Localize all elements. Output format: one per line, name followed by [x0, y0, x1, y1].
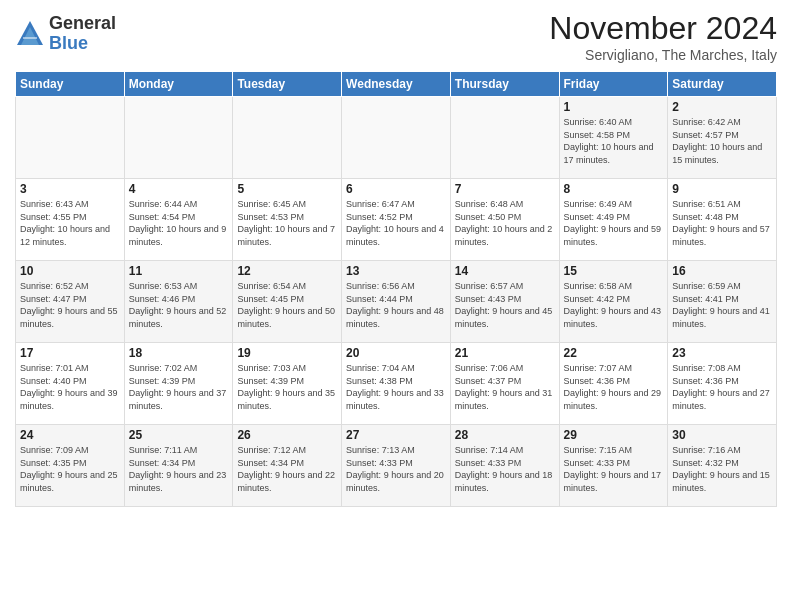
day-number: 24 — [20, 428, 120, 442]
month-title: November 2024 — [549, 10, 777, 47]
day-number: 26 — [237, 428, 337, 442]
day-info: Sunrise: 6:57 AM Sunset: 4:43 PM Dayligh… — [455, 280, 555, 330]
day-info: Sunrise: 7:09 AM Sunset: 4:35 PM Dayligh… — [20, 444, 120, 494]
table-cell: 17Sunrise: 7:01 AM Sunset: 4:40 PM Dayli… — [16, 343, 125, 425]
day-info: Sunrise: 7:11 AM Sunset: 4:34 PM Dayligh… — [129, 444, 229, 494]
day-number: 23 — [672, 346, 772, 360]
col-wednesday: Wednesday — [342, 72, 451, 97]
table-row: 17Sunrise: 7:01 AM Sunset: 4:40 PM Dayli… — [16, 343, 777, 425]
day-info: Sunrise: 6:53 AM Sunset: 4:46 PM Dayligh… — [129, 280, 229, 330]
table-row: 24Sunrise: 7:09 AM Sunset: 4:35 PM Dayli… — [16, 425, 777, 507]
day-info: Sunrise: 6:45 AM Sunset: 4:53 PM Dayligh… — [237, 198, 337, 248]
logo: General Blue — [15, 14, 116, 54]
table-cell: 22Sunrise: 7:07 AM Sunset: 4:36 PM Dayli… — [559, 343, 668, 425]
day-info: Sunrise: 6:56 AM Sunset: 4:44 PM Dayligh… — [346, 280, 446, 330]
table-cell: 30Sunrise: 7:16 AM Sunset: 4:32 PM Dayli… — [668, 425, 777, 507]
day-number: 12 — [237, 264, 337, 278]
logo-general: General — [49, 14, 116, 34]
table-cell: 20Sunrise: 7:04 AM Sunset: 4:38 PM Dayli… — [342, 343, 451, 425]
day-number: 9 — [672, 182, 772, 196]
day-info: Sunrise: 6:59 AM Sunset: 4:41 PM Dayligh… — [672, 280, 772, 330]
day-info: Sunrise: 7:03 AM Sunset: 4:39 PM Dayligh… — [237, 362, 337, 412]
table-cell: 11Sunrise: 6:53 AM Sunset: 4:46 PM Dayli… — [124, 261, 233, 343]
col-sunday: Sunday — [16, 72, 125, 97]
day-info: Sunrise: 7:02 AM Sunset: 4:39 PM Dayligh… — [129, 362, 229, 412]
table-row: 3Sunrise: 6:43 AM Sunset: 4:55 PM Daylig… — [16, 179, 777, 261]
day-info: Sunrise: 6:47 AM Sunset: 4:52 PM Dayligh… — [346, 198, 446, 248]
day-info: Sunrise: 7:07 AM Sunset: 4:36 PM Dayligh… — [564, 362, 664, 412]
table-cell: 6Sunrise: 6:47 AM Sunset: 4:52 PM Daylig… — [342, 179, 451, 261]
col-thursday: Thursday — [450, 72, 559, 97]
day-number: 11 — [129, 264, 229, 278]
day-info: Sunrise: 6:52 AM Sunset: 4:47 PM Dayligh… — [20, 280, 120, 330]
day-number: 2 — [672, 100, 772, 114]
table-cell: 1Sunrise: 6:40 AM Sunset: 4:58 PM Daylig… — [559, 97, 668, 179]
svg-rect-2 — [23, 37, 37, 39]
table-cell: 3Sunrise: 6:43 AM Sunset: 4:55 PM Daylig… — [16, 179, 125, 261]
table-cell: 27Sunrise: 7:13 AM Sunset: 4:33 PM Dayli… — [342, 425, 451, 507]
table-cell: 7Sunrise: 6:48 AM Sunset: 4:50 PM Daylig… — [450, 179, 559, 261]
day-info: Sunrise: 7:01 AM Sunset: 4:40 PM Dayligh… — [20, 362, 120, 412]
table-cell: 5Sunrise: 6:45 AM Sunset: 4:53 PM Daylig… — [233, 179, 342, 261]
day-info: Sunrise: 7:06 AM Sunset: 4:37 PM Dayligh… — [455, 362, 555, 412]
table-cell: 28Sunrise: 7:14 AM Sunset: 4:33 PM Dayli… — [450, 425, 559, 507]
header: General Blue November 2024 Servigliano, … — [15, 10, 777, 63]
day-info: Sunrise: 6:54 AM Sunset: 4:45 PM Dayligh… — [237, 280, 337, 330]
table-cell: 13Sunrise: 6:56 AM Sunset: 4:44 PM Dayli… — [342, 261, 451, 343]
day-number: 5 — [237, 182, 337, 196]
day-info: Sunrise: 7:08 AM Sunset: 4:36 PM Dayligh… — [672, 362, 772, 412]
table-cell: 4Sunrise: 6:44 AM Sunset: 4:54 PM Daylig… — [124, 179, 233, 261]
calendar-table: Sunday Monday Tuesday Wednesday Thursday… — [15, 71, 777, 507]
table-cell: 12Sunrise: 6:54 AM Sunset: 4:45 PM Dayli… — [233, 261, 342, 343]
table-cell: 29Sunrise: 7:15 AM Sunset: 4:33 PM Dayli… — [559, 425, 668, 507]
table-cell: 23Sunrise: 7:08 AM Sunset: 4:36 PM Dayli… — [668, 343, 777, 425]
title-block: November 2024 Servigliano, The Marches, … — [549, 10, 777, 63]
day-number: 29 — [564, 428, 664, 442]
day-number: 28 — [455, 428, 555, 442]
table-cell: 24Sunrise: 7:09 AM Sunset: 4:35 PM Dayli… — [16, 425, 125, 507]
col-tuesday: Tuesday — [233, 72, 342, 97]
day-info: Sunrise: 6:43 AM Sunset: 4:55 PM Dayligh… — [20, 198, 120, 248]
day-info: Sunrise: 6:44 AM Sunset: 4:54 PM Dayligh… — [129, 198, 229, 248]
day-number: 1 — [564, 100, 664, 114]
day-number: 19 — [237, 346, 337, 360]
day-number: 3 — [20, 182, 120, 196]
day-info: Sunrise: 7:15 AM Sunset: 4:33 PM Dayligh… — [564, 444, 664, 494]
table-cell — [16, 97, 125, 179]
day-info: Sunrise: 7:04 AM Sunset: 4:38 PM Dayligh… — [346, 362, 446, 412]
table-cell: 10Sunrise: 6:52 AM Sunset: 4:47 PM Dayli… — [16, 261, 125, 343]
day-number: 14 — [455, 264, 555, 278]
table-cell: 2Sunrise: 6:42 AM Sunset: 4:57 PM Daylig… — [668, 97, 777, 179]
day-number: 4 — [129, 182, 229, 196]
day-number: 25 — [129, 428, 229, 442]
table-row: 10Sunrise: 6:52 AM Sunset: 4:47 PM Dayli… — [16, 261, 777, 343]
day-number: 22 — [564, 346, 664, 360]
day-info: Sunrise: 6:49 AM Sunset: 4:49 PM Dayligh… — [564, 198, 664, 248]
day-number: 15 — [564, 264, 664, 278]
table-cell: 26Sunrise: 7:12 AM Sunset: 4:34 PM Dayli… — [233, 425, 342, 507]
day-info: Sunrise: 7:12 AM Sunset: 4:34 PM Dayligh… — [237, 444, 337, 494]
day-number: 18 — [129, 346, 229, 360]
table-cell — [450, 97, 559, 179]
table-cell — [124, 97, 233, 179]
day-info: Sunrise: 7:13 AM Sunset: 4:33 PM Dayligh… — [346, 444, 446, 494]
day-info: Sunrise: 6:48 AM Sunset: 4:50 PM Dayligh… — [455, 198, 555, 248]
day-number: 13 — [346, 264, 446, 278]
day-number: 10 — [20, 264, 120, 278]
logo-icon — [15, 19, 45, 49]
day-info: Sunrise: 7:16 AM Sunset: 4:32 PM Dayligh… — [672, 444, 772, 494]
location-subtitle: Servigliano, The Marches, Italy — [549, 47, 777, 63]
day-number: 27 — [346, 428, 446, 442]
table-cell: 15Sunrise: 6:58 AM Sunset: 4:42 PM Dayli… — [559, 261, 668, 343]
col-monday: Monday — [124, 72, 233, 97]
logo-blue: Blue — [49, 34, 116, 54]
col-saturday: Saturday — [668, 72, 777, 97]
table-cell: 19Sunrise: 7:03 AM Sunset: 4:39 PM Dayli… — [233, 343, 342, 425]
day-number: 7 — [455, 182, 555, 196]
table-row: 1Sunrise: 6:40 AM Sunset: 4:58 PM Daylig… — [16, 97, 777, 179]
day-info: Sunrise: 7:14 AM Sunset: 4:33 PM Dayligh… — [455, 444, 555, 494]
day-info: Sunrise: 6:51 AM Sunset: 4:48 PM Dayligh… — [672, 198, 772, 248]
table-cell — [342, 97, 451, 179]
day-number: 21 — [455, 346, 555, 360]
day-number: 16 — [672, 264, 772, 278]
